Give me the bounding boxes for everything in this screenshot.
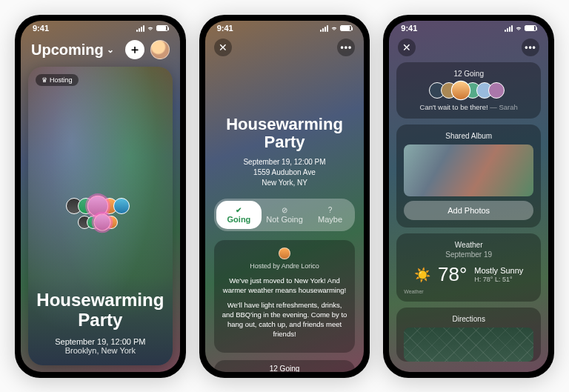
close-icon: ✕ — [219, 41, 227, 53]
weather-head: Weather — [404, 241, 533, 249]
attendee-quote: Can't wait to be there! — Sarah — [404, 103, 533, 111]
event-date: September 19, 12:00 PM — [28, 337, 173, 346]
chevron-down-icon: ⌄ — [107, 44, 114, 55]
rsvp-not-going-button[interactable]: ⊘ Not Going — [262, 201, 307, 229]
plus-icon: ＋ — [129, 42, 141, 58]
status-time: 9:41 — [217, 24, 233, 33]
going-card[interactable]: 12 Going Can't wait to be there! — Sarah — [396, 62, 541, 119]
avatar — [113, 198, 130, 214]
going-count-label: 12 Going — [214, 365, 356, 372]
weather-temp: 78° — [438, 263, 467, 286]
quote-text: Can't wait to be there! — [420, 103, 488, 111]
hosted-by-line: Hosted by Andre Lorico — [222, 262, 348, 271]
profile-avatar-button[interactable] — [150, 40, 170, 59]
event-date: September 19, 12:00 PM — [205, 157, 365, 167]
status-bar: 9:41 — [205, 21, 365, 36]
close-icon: ✕ — [402, 41, 411, 53]
weather-summary: Mostly Sunny — [474, 265, 523, 276]
phone-event-detail: 9:41 ✕ ••• Housewarming Party September … — [199, 15, 370, 378]
hosting-badge-label: Hosting — [50, 76, 73, 84]
going-preview-card[interactable]: 12 Going — [214, 360, 356, 372]
status-bar: 9:41 — [389, 21, 548, 36]
event-description-card: Hosted by Andre Lorico We've just moved … — [214, 240, 356, 352]
map-preview[interactable] — [404, 328, 533, 362]
add-photos-label: Add Photos — [447, 206, 490, 215]
avatar — [488, 82, 505, 99]
screen: 9:41 Upcoming ⌄ ＋ ♛ Hosting — [21, 21, 180, 372]
close-button[interactable]: ✕ — [214, 39, 232, 56]
home-header: Upcoming ⌄ ＋ — [21, 36, 180, 67]
battery-icon — [525, 25, 536, 31]
new-event-button[interactable]: ＋ — [125, 40, 144, 59]
more-button[interactable]: ••• — [337, 39, 355, 56]
status-right — [136, 24, 168, 32]
shared-album-head: Shared Album — [404, 132, 533, 140]
detail-topbar: ✕ ••• — [205, 36, 365, 56]
going-avatars — [404, 82, 533, 99]
rsvp-maybe-label: Maybe — [318, 215, 342, 224]
description-p2: We'll have light refreshments, drinks, a… — [222, 300, 348, 339]
event-location: Brooklyn, New York — [28, 346, 173, 355]
rsvp-going-label: Going — [227, 215, 251, 224]
screen: 9:41 ✕ ••• Housewarming Party September … — [205, 21, 365, 372]
filter-title: Upcoming — [31, 41, 104, 59]
wifi-icon — [330, 24, 338, 32]
battery-icon — [156, 25, 168, 31]
close-button[interactable]: ✕ — [398, 39, 416, 56]
wifi-icon — [515, 24, 522, 32]
event-title: Housewarming Party — [205, 116, 365, 151]
weather-card[interactable]: Weather September 19 ☀️ 78° Mostly Sunny… — [396, 233, 541, 302]
screen: 9:41 ✕ ••• 12 Going — [389, 21, 548, 372]
circle-slash-icon: ⊘ — [282, 206, 287, 214]
more-icon: ••• — [525, 42, 536, 53]
attendee-avatars-row1 — [28, 198, 173, 214]
question-icon: ? — [328, 206, 333, 214]
battery-icon — [340, 25, 352, 31]
rsvp-maybe-button[interactable]: ? Maybe — [307, 201, 353, 229]
event-card[interactable]: ♛ Hosting Housewarming Party September 1… — [28, 67, 173, 365]
directions-card[interactable]: Directions — [396, 308, 541, 362]
more-button[interactable]: ••• — [522, 39, 539, 56]
directions-head: Directions — [404, 315, 533, 323]
crown-icon: ♛ — [41, 76, 47, 84]
status-time: 9:41 — [33, 24, 49, 33]
event-title: Housewarming Party — [28, 290, 173, 330]
event-city: New York, NY — [205, 178, 365, 188]
rsvp-going-button[interactable]: ✔︎ Going — [216, 201, 262, 229]
quote-author: — Sarah — [490, 103, 518, 111]
sun-icon: ☀️ — [414, 267, 430, 283]
phone-event-widgets: 9:41 ✕ ••• 12 Going — [383, 15, 554, 378]
weather-date: September 19 — [404, 250, 533, 259]
rsvp-segmented-control: ✔︎ Going ⊘ Not Going ? Maybe — [214, 199, 356, 231]
status-bar: 9:41 — [21, 21, 180, 36]
weather-source: Weather — [404, 289, 533, 294]
phone-upcoming: 9:41 Upcoming ⌄ ＋ ♛ Hosting — [15, 15, 186, 378]
cellular-icon — [136, 25, 144, 32]
rsvp-not-going-label: Not Going — [266, 215, 303, 224]
status-time: 9:41 — [401, 24, 417, 33]
event-card-info: Housewarming Party September 19, 12:00 P… — [28, 290, 173, 355]
detail-topbar: ✕ ••• — [389, 36, 548, 56]
description-p1: We've just moved to New York! And warmer… — [222, 276, 348, 296]
cellular-icon — [320, 25, 328, 32]
event-hero: Housewarming Party September 19, 12:00 P… — [205, 116, 365, 188]
wifi-icon — [147, 24, 154, 32]
cellular-icon — [505, 25, 513, 32]
hosting-badge: ♛ Hosting — [36, 74, 79, 86]
host-avatar — [279, 248, 290, 259]
shared-album-card: Shared Album Add Photos — [396, 124, 541, 227]
filter-dropdown[interactable]: Upcoming ⌄ — [31, 41, 114, 59]
event-address: 1559 Audubon Ave — [205, 167, 365, 178]
weather-hilo: H: 78° L: 51° — [474, 276, 523, 285]
going-card-head: 12 Going — [404, 70, 533, 78]
album-thumbnail[interactable] — [404, 144, 533, 196]
more-icon: ••• — [341, 42, 353, 53]
check-icon: ✔︎ — [236, 206, 242, 214]
avatar — [450, 81, 470, 100]
attendee-avatars-row2 — [28, 216, 173, 229]
add-photos-button[interactable]: Add Photos — [404, 201, 533, 220]
